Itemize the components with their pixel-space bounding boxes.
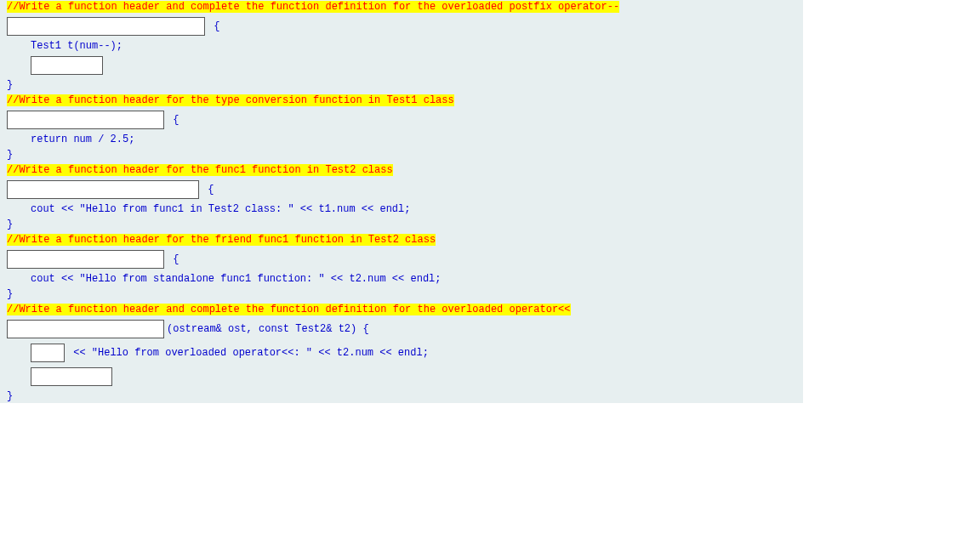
comment-block1: //Write a function header and complete t…	[0, 0, 803, 14]
input-block1-header[interactable]	[7, 17, 205, 36]
header-row-1: {	[0, 15, 803, 37]
return-row-5	[0, 366, 803, 388]
comment-block4: //Write a function header for the friend…	[0, 233, 803, 247]
comment-text-1: //Write a function header and complete t…	[7, 1, 619, 13]
open-brace-3: {	[202, 180, 214, 199]
close-brace-2: }	[0, 148, 803, 162]
comment-text-4: //Write a function header for the friend…	[7, 234, 436, 246]
comment-block3: //Write a function header for the func1 …	[0, 163, 803, 177]
close-brace-5: }	[0, 389, 803, 403]
close-brace-3: }	[0, 218, 803, 231]
body-line-4: cout << "Hello from standalone func1 fun…	[0, 272, 803, 286]
input-block5-header[interactable]	[7, 320, 164, 338]
code-exercise-container: //Write a function header and complete t…	[0, 0, 803, 403]
input-block1-return[interactable]	[31, 56, 103, 75]
open-brace-4: {	[167, 250, 179, 269]
input-block4-header[interactable]	[7, 250, 164, 269]
return-row-1	[0, 54, 803, 77]
open-brace-2: {	[167, 111, 179, 129]
body-line-1: Test1 t(num--);	[0, 39, 803, 53]
header-row-5: (ostream& ost, const Test2& t2) {	[0, 318, 803, 340]
header-row-4: {	[0, 248, 803, 270]
sig-5: (ostream& ost, const Test2& t2) {	[167, 320, 369, 338]
body-row-5: << "Hello from overloaded operator<<: " …	[0, 342, 803, 364]
input-block5-stream[interactable]	[31, 344, 65, 362]
close-brace-4: }	[0, 287, 803, 301]
close-brace-1: }	[0, 78, 803, 92]
body-line-5: << "Hello from overloaded operator<<: " …	[67, 344, 429, 362]
comment-text-2: //Write a function header for the type c…	[7, 94, 454, 106]
input-block2-header[interactable]	[7, 111, 164, 129]
input-block5-return[interactable]	[31, 367, 112, 386]
comment-text-3: //Write a function header for the func1 …	[7, 164, 393, 176]
comment-block5: //Write a function header and complete t…	[0, 303, 803, 316]
comment-text-5: //Write a function header and complete t…	[7, 304, 571, 315]
open-brace-1: {	[208, 17, 219, 36]
header-row-3: {	[0, 179, 803, 201]
comment-block2: //Write a function header for the type c…	[0, 94, 803, 107]
header-row-2: {	[0, 109, 803, 131]
body-line-2: return num / 2.5;	[0, 133, 803, 146]
input-block3-header[interactable]	[7, 180, 199, 199]
body-line-3: cout << "Hello from func1 in Test2 class…	[0, 202, 803, 216]
